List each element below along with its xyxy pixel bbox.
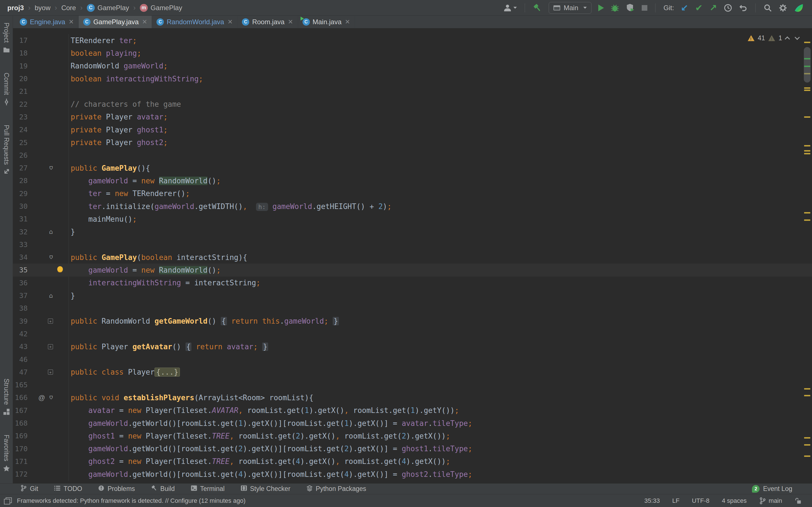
line-number[interactable]: 19 (13, 62, 31, 70)
git-push-button[interactable]: ↗ (709, 3, 717, 12)
line-ending-indicator[interactable]: LF (672, 497, 679, 504)
sidebar-item-commit[interactable]: Commit (3, 73, 10, 107)
close-icon[interactable]: ✕ (142, 18, 147, 25)
stripe-mark[interactable] (804, 58, 810, 59)
previous-problem-button[interactable] (784, 36, 790, 41)
line-number[interactable]: 22 (13, 100, 31, 108)
breadcrumb-item[interactable]: CGamePlay (87, 4, 129, 12)
line-number[interactable]: 43 (13, 342, 31, 351)
breadcrumb-item[interactable]: byow (35, 4, 50, 12)
code-text[interactable]: public class Player{...} (53, 368, 180, 376)
code-text[interactable]: public GamePlay(boolean interactString){ (53, 253, 247, 262)
close-icon[interactable]: ✕ (227, 18, 233, 25)
breadcrumb-item[interactable]: proj3 (7, 4, 24, 12)
code-text[interactable]: } (53, 228, 75, 236)
line-number[interactable]: 46 (13, 355, 31, 363)
fold-plus-icon[interactable]: + (48, 344, 53, 349)
code-text[interactable]: RandomWorld gameWorld; (53, 62, 168, 70)
stripe-mark[interactable] (804, 66, 810, 67)
run-with-coverage-button[interactable] (626, 3, 635, 12)
fold-arrow-up-icon[interactable]: ⌂ (49, 229, 53, 235)
line-number[interactable]: 33 (13, 240, 31, 249)
close-icon[interactable]: ✕ (68, 18, 73, 25)
line-number[interactable]: 30 (13, 202, 31, 210)
code-text[interactable]: gameWorld = new RandomWorld(); (53, 177, 221, 185)
line-number[interactable]: 34 (13, 253, 31, 262)
stripe-mark[interactable] (804, 90, 810, 91)
code-text[interactable]: private Player ghost1; (53, 126, 168, 134)
stripe-mark[interactable] (804, 212, 810, 214)
code-text[interactable]: interactingWithString = interactString; (53, 279, 260, 287)
stripe-mark[interactable] (804, 42, 810, 43)
code-text[interactable]: public RandomWorld getGameWorld() { retu… (53, 317, 339, 325)
code-text[interactable]: avatar = new Player(Tileset.AVATAR, room… (53, 406, 459, 414)
code-text[interactable]: public void establishPlayers(ArrayList<R… (53, 393, 313, 402)
line-number[interactable]: 168 (13, 419, 31, 427)
line-number[interactable]: 31 (13, 215, 31, 223)
inspections-widget[interactable]: 41 1 (748, 34, 799, 42)
stop-button[interactable] (642, 5, 647, 11)
stripe-mark[interactable] (804, 145, 810, 147)
line-number[interactable]: 42 (13, 330, 31, 338)
rollback-button[interactable] (739, 4, 748, 12)
sidebar-item-favorites[interactable]: Favorites (3, 435, 10, 473)
line-number[interactable]: 32 (13, 228, 31, 236)
settings-button[interactable] (779, 4, 787, 12)
code-text[interactable]: gameWorld.getWorld()[roomList.get(1).get… (53, 419, 472, 428)
code-text[interactable]: ghost1 = new Player(Tileset.TREE, roomLi… (53, 432, 450, 440)
line-number[interactable]: 35 (13, 266, 31, 274)
code-text[interactable]: ghost2 = new Player(Tileset.TREE, roomLi… (53, 457, 450, 466)
line-number[interactable]: 47 (13, 368, 31, 376)
encoding-indicator[interactable]: UTF-8 (692, 497, 709, 504)
stripe-mark[interactable] (804, 73, 810, 74)
intention-bulb-icon[interactable] (57, 266, 63, 272)
stripe-mark[interactable] (804, 395, 810, 396)
line-number[interactable]: 21 (13, 87, 31, 96)
code-text[interactable]: boolean playing; (53, 49, 141, 57)
ide-account-avatar[interactable] (794, 3, 804, 13)
code-text[interactable]: } (53, 291, 75, 300)
user-profile-button[interactable] (503, 4, 517, 12)
line-number[interactable]: 167 (13, 406, 31, 414)
line-number[interactable]: 17 (13, 36, 31, 45)
line-number[interactable]: 39 (13, 317, 31, 325)
line-number[interactable]: 24 (13, 126, 31, 134)
tool-window-button-todo[interactable]: TODO (54, 485, 82, 493)
breadcrumb-item[interactable]: mGamePlay (140, 4, 182, 12)
stripe-mark[interactable] (804, 87, 810, 89)
run-configuration-select[interactable]: Main (549, 2, 592, 14)
sidebar-item-structure[interactable]: Structure (3, 379, 10, 416)
line-number[interactable]: 25 (13, 138, 31, 147)
tool-window-button-git[interactable]: Git (20, 485, 38, 493)
git-commit-button[interactable]: ✔ (695, 3, 703, 12)
code-text[interactable]: // characters of the game (53, 100, 181, 108)
breadcrumb-item[interactable]: Core (61, 4, 76, 12)
fold-plus-icon[interactable]: + (48, 319, 53, 324)
stripe-mark[interactable] (804, 116, 810, 118)
stripe-mark[interactable] (804, 437, 810, 439)
code-text[interactable]: } (53, 483, 75, 483)
stripe-mark[interactable] (804, 388, 810, 390)
fold-arrow-down-icon[interactable]: ⌂ (49, 395, 53, 401)
close-icon[interactable]: ✕ (345, 18, 350, 25)
scrollbar-thumb[interactable] (804, 47, 811, 82)
code-text[interactable]: gameWorld = new RandomWorld(); (53, 266, 221, 274)
sidebar-item-project[interactable]: Project (3, 22, 10, 55)
line-number[interactable]: 23 (13, 113, 31, 121)
line-number[interactable]: 170 (13, 445, 31, 453)
tab-engine-java[interactable]: CEngine.java✕ (15, 16, 79, 28)
stripe-mark[interactable] (804, 150, 810, 152)
code-text[interactable]: TERenderer ter; (53, 36, 137, 45)
caret-position[interactable]: 35:33 (644, 497, 660, 504)
line-number[interactable]: 18 (13, 49, 31, 57)
tab-main-java[interactable]: CMain.java✕ (298, 16, 355, 28)
line-number[interactable]: 171 (13, 457, 31, 466)
line-number[interactable]: 29 (13, 189, 31, 198)
line-number[interactable]: 28 (13, 177, 31, 185)
tab-randomworld-java[interactable]: CRandomWorld.java✕ (152, 16, 238, 28)
fold-arrow-down-icon[interactable]: ⌂ (49, 165, 53, 171)
line-number[interactable]: 38 (13, 304, 31, 313)
code-text[interactable]: mainMenu(); (53, 215, 137, 223)
debug-button[interactable] (611, 4, 619, 12)
local-history-button[interactable] (724, 4, 732, 12)
